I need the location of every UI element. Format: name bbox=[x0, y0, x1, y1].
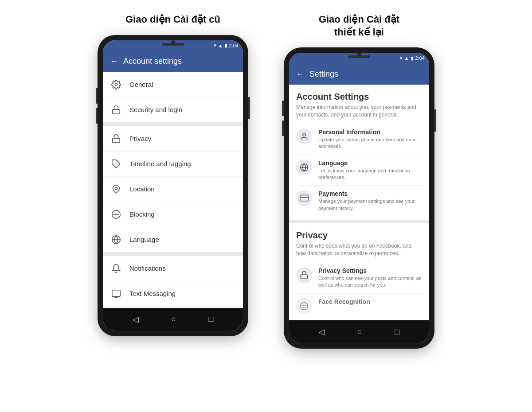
home-nav-button-r[interactable]: ○ bbox=[357, 327, 362, 337]
account-settings-title: Account Settings bbox=[296, 92, 422, 102]
left-phone-section: Giao diện Cài đặt cũ ▾ ▲ ▮ 2:04 bbox=[98, 13, 248, 336]
privacy-label: Privacy bbox=[129, 135, 151, 142]
language-text: Language Let us know your language and t… bbox=[318, 159, 422, 181]
left-app-bar-title: Account settings bbox=[123, 57, 182, 66]
svg-point-0 bbox=[115, 83, 117, 86]
lock-icon bbox=[110, 104, 122, 116]
right-status-bar: ▾ ▲ ▮ 2:04 bbox=[289, 53, 429, 63]
privacy-settings-desc: Control who sees what you do on Facebook… bbox=[296, 242, 422, 257]
svg-rect-2 bbox=[113, 138, 120, 143]
account-settings-desc: Manage information about you, your payme… bbox=[296, 104, 422, 119]
left-app-bar: ← Account settings bbox=[103, 51, 243, 72]
left-phone-frame: ▾ ▲ ▮ 2:04 ← Account settings bbox=[98, 35, 248, 336]
svg-point-4 bbox=[115, 187, 117, 190]
personal-info-desc: Update your name, phone numbers and emai… bbox=[318, 136, 422, 150]
menu-item-notifications[interactable]: Notifications bbox=[103, 256, 243, 281]
menu-item-text-messaging[interactable]: Text Messaging bbox=[103, 281, 243, 307]
menu-item-location[interactable]: Location bbox=[103, 177, 243, 202]
payments-card-title: Payments bbox=[318, 190, 422, 197]
message-icon bbox=[110, 288, 122, 300]
svg-rect-15 bbox=[300, 195, 308, 201]
left-status-icons: ▾ ▲ ▮ 2:04 bbox=[214, 43, 239, 48]
card-face-recognition[interactable]: Face Recognition bbox=[296, 294, 422, 319]
left-back-button[interactable]: ← bbox=[110, 57, 118, 66]
menu-item-language[interactable]: Language bbox=[103, 227, 243, 253]
face-recognition-card-title: Face Recognition bbox=[318, 298, 370, 305]
right-back-button[interactable]: ← bbox=[296, 70, 304, 79]
svg-rect-17 bbox=[301, 275, 308, 279]
signal-icon: ▲ bbox=[218, 43, 223, 48]
right-phone-frame: ▾ ▲ ▮ 2:04 ← Settings Account Settings bbox=[284, 47, 434, 349]
globe-icon-r bbox=[296, 159, 312, 175]
privacy-settings-card-title: Privacy Settings bbox=[318, 267, 422, 274]
lock-icon-r bbox=[296, 267, 312, 283]
recent-nav-button[interactable]: □ bbox=[208, 315, 213, 324]
tag-icon bbox=[110, 158, 122, 170]
menu-item-general[interactable]: General bbox=[103, 72, 243, 97]
privacy-settings-text: Privacy Settings Control who can see you… bbox=[318, 267, 422, 289]
blocking-label: Blocking bbox=[129, 210, 155, 218]
svg-point-12 bbox=[303, 133, 306, 136]
globe-icon bbox=[110, 233, 122, 246]
right-status-icons: ▾ ▲ ▮ 2:04 bbox=[400, 55, 425, 61]
svg-rect-9 bbox=[112, 290, 120, 296]
card-payments[interactable]: Payments Manage your payment settings an… bbox=[296, 186, 422, 216]
right-settings-content: Account Settings Manage information abou… bbox=[289, 85, 429, 320]
wifi-icon-r: ▾ bbox=[400, 55, 403, 61]
right-phone-screen: ▾ ▲ ▮ 2:04 ← Settings Account Settings bbox=[289, 53, 429, 343]
right-nav-bar: ◁ ○ □ bbox=[289, 320, 429, 343]
text-messaging-label: Text Messaging bbox=[129, 290, 176, 297]
location-icon bbox=[110, 183, 122, 195]
right-time: 2:04 bbox=[415, 55, 425, 61]
privacy-settings-card-desc: Control who can see your posts and conte… bbox=[318, 275, 422, 289]
divider-2 bbox=[103, 253, 243, 256]
svg-point-19 bbox=[303, 305, 304, 306]
payments-text: Payments Manage your payment settings an… bbox=[318, 190, 422, 212]
menu-item-timeline[interactable]: Timeline and tagging bbox=[103, 152, 243, 177]
personal-info-text: Personal Information Update your name, p… bbox=[318, 128, 422, 150]
card-language[interactable]: Language Let us know your language and t… bbox=[296, 155, 422, 186]
timeline-label: Timeline and tagging bbox=[129, 160, 191, 167]
left-time: 2:04 bbox=[229, 43, 239, 48]
privacy-settings-section: Privacy Control who sees what you do on … bbox=[289, 223, 429, 320]
language-card-desc: Let us know your language and translatio… bbox=[318, 167, 422, 181]
security-label: Security and login bbox=[129, 106, 182, 113]
svg-point-20 bbox=[305, 305, 306, 306]
left-settings-list: General Security and login bbox=[103, 72, 243, 308]
card-privacy-settings[interactable]: Privacy Settings Control who can see you… bbox=[296, 263, 422, 294]
face-recognition-text: Face Recognition bbox=[318, 298, 370, 306]
account-settings-section: Account Settings Manage information abou… bbox=[289, 85, 429, 223]
svg-rect-1 bbox=[113, 109, 120, 114]
language-label: Language bbox=[129, 236, 159, 243]
general-label: General bbox=[129, 81, 153, 88]
left-phone-screen: ▾ ▲ ▮ 2:04 ← Account settings bbox=[103, 40, 243, 331]
privacy-icon bbox=[110, 132, 122, 145]
left-section-title: Giao diện Cài đặt cũ bbox=[125, 13, 220, 26]
menu-item-blocking[interactable]: Blocking bbox=[103, 202, 243, 227]
menu-item-privacy[interactable]: Privacy bbox=[103, 126, 243, 152]
home-nav-button[interactable]: ○ bbox=[171, 315, 176, 324]
personal-info-title: Personal Information bbox=[318, 128, 422, 136]
block-icon bbox=[110, 208, 122, 221]
signal-icon-r: ▲ bbox=[404, 55, 409, 61]
back-nav-button[interactable]: ◁ bbox=[133, 315, 139, 324]
svg-point-18 bbox=[301, 302, 308, 310]
card-icon bbox=[296, 190, 312, 206]
notification-icon bbox=[110, 262, 122, 275]
wifi-icon: ▾ bbox=[214, 43, 216, 48]
right-section-title: Giao diện Cài đặt thiết kế lại bbox=[319, 13, 399, 39]
menu-item-security[interactable]: Security and login bbox=[103, 97, 243, 123]
card-personal-info[interactable]: Personal Information Update your name, p… bbox=[296, 124, 422, 155]
left-nav-bar: ◁ ○ □ bbox=[103, 308, 243, 331]
divider-1 bbox=[103, 123, 243, 126]
right-app-bar: ← Settings bbox=[289, 63, 429, 85]
recent-nav-button-r[interactable]: □ bbox=[395, 327, 399, 337]
back-nav-button-r[interactable]: ◁ bbox=[319, 327, 325, 337]
notifications-label: Notifications bbox=[129, 264, 166, 272]
language-card-title: Language bbox=[318, 159, 422, 167]
battery-icon: ▮ bbox=[225, 43, 227, 48]
right-app-bar-title: Settings bbox=[309, 70, 338, 79]
location-label: Location bbox=[129, 185, 155, 193]
person-icon bbox=[296, 128, 312, 144]
gear-icon bbox=[110, 78, 122, 91]
